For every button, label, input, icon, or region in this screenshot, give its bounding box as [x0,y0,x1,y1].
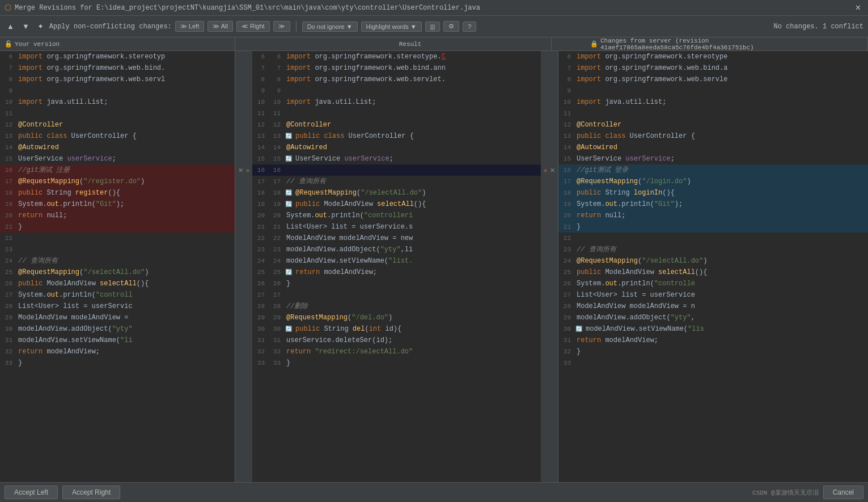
accept-right-conflict-button[interactable]: « [543,167,548,174]
right-panel: 6 import org.springframework.stereotype … [558,51,868,482]
table-row: 22 [0,233,235,244]
bar-button[interactable]: ||| [425,22,441,32]
table-row: 27 27 [252,289,541,301]
table-row: 11 11 [252,108,541,119]
middle-section: ✕ » 6 6 import org.springframework.stere… [235,51,558,482]
reject-right-button[interactable]: ✕ [549,167,556,174]
table-row: 14 @Autowired [558,142,868,153]
conflict-right-actions[interactable]: « ✕ [541,164,558,176]
right-code-lines: 6 import org.springframework.stereotype … [558,51,868,369]
table-row: 33 [558,357,868,369]
table-row: 15 15 🔄 UserService userService; [252,153,541,164]
table-row: 19 19 🔄 public ModelAndView selectAll(){ [252,199,541,210]
table-row: 22 [558,233,868,244]
table-row: 10 10 import java.util.List; [252,96,541,108]
table-row: 16 //git测试 登录 [558,164,868,176]
your-version-header: 🔓 Your version [0,37,235,50]
reject-left-button[interactable]: ✕ [237,167,244,174]
apply-right-button[interactable]: ≪ Right [236,21,270,32]
apply-left-button[interactable]: ≫ Left [175,21,204,32]
table-row: 17 17 // 查询所有 [252,176,541,187]
highlight-dropdown[interactable]: Highlight words ▼ [361,22,422,32]
column-headers: 🔓 Your version Result 🔒 Changes from ser… [0,37,868,51]
table-row: 13 public class UserController { [0,130,235,142]
table-row: 10 import java.util.List; [558,96,868,108]
left-scroll[interactable]: 6 import org.springframework.stereotyp 7… [0,51,235,482]
table-row: 28 28 //删除 [252,301,541,312]
table-row: 27 System.out.println("controll [0,289,235,301]
table-row: 20 return null; [558,210,868,221]
table-row: 23 [0,244,235,255]
table-row: 12 @Controller [0,119,235,130]
action-spacer-r [541,51,558,164]
table-row: 6 6 import org.springframework.stereotyp… [252,51,541,62]
cancel-button[interactable]: Cancel [823,486,863,499]
right-scroll[interactable]: 6 import org.springframework.stereotype … [558,51,868,482]
table-row: 24 @RequestMapping("/selectAll.do") [558,255,868,267]
table-row: 6 import org.springframework.stereotype [558,51,868,62]
table-row: 11 [0,108,235,119]
table-row: 32 return modelAndView; [0,346,235,357]
table-row: 8 8 import org.springframework.web.servl… [252,74,541,85]
table-row: 15 UserService userService; [558,153,868,164]
table-row: 26 System.out.println("controlle [558,278,868,289]
table-row: 15 UserService userService; [0,153,235,164]
result-scroll[interactable]: 6 6 import org.springframework.stereotyp… [252,51,541,482]
table-row: 22 22 ModelAndView modelAndView = new [252,233,541,244]
highlight-arrow-icon: ▼ [410,23,417,30]
no-changes-status: No changes. 1 conflict [774,23,863,31]
table-row: 29 modelAndView.addObject("yty", [558,312,868,323]
accept-left-button[interactable]: » [245,167,251,174]
lock-icon: 🔓 [5,40,12,48]
table-row: 30 🔄 modelAndView.setViewName("lis [558,323,868,335]
bottom-right-area: CSDN @某游情天无尽泪 Cancel [752,486,863,499]
table-row: 18 public String loginIn(){ [558,187,868,199]
prev-conflict-button[interactable]: ▲ [5,21,16,32]
table-row: 33 33 } [252,357,541,369]
table-row: 32 } [558,346,868,357]
magic-button[interactable]: ✦ [35,21,46,32]
table-row: 20 20 System.out.println("controlleri [252,210,541,221]
table-row: 9 [0,85,235,96]
apply-all-button[interactable]: ≫ All [208,21,233,32]
right-action-column: « ✕ [541,51,558,482]
table-row: 12 @Controller [558,119,868,130]
accept-left-button[interactable]: Accept Left [5,486,58,499]
table-row: 13 public class UserController { [558,130,868,142]
result-header: Result [269,37,552,50]
conflict-spacer-r [541,176,558,233]
server-version-header: 🔒 Changes from server (revision 41aef178… [586,37,868,50]
gear-button[interactable]: ⚙ [443,21,459,32]
table-row: 17 @RequestMapping("/register.do") [0,176,235,187]
close-button[interactable]: ✕ [853,2,863,13]
result-panel: 6 6 import org.springframework.stereotyp… [252,51,541,482]
table-row: 23 // 查询所有 [558,244,868,255]
table-row: 25 @RequestMapping("/selectAll.do") [0,267,235,278]
table-row: 7 import org.springframework.web.bind.a [558,62,868,74]
table-row: 16 //git测试 注册 [0,164,235,176]
table-row: 31 modelAndView.setViewName("li [0,335,235,346]
table-row: 27 List<User> list = userService [558,289,868,301]
conflict-left-actions[interactable]: ✕ » [235,164,252,176]
table-row: 8 import org.springframework.web.servl [0,74,235,85]
middle-with-actions: ✕ » 6 6 import org.springframework.stere… [235,51,558,482]
table-row: 25 public ModelAndView selectAll(){ [558,267,868,278]
separator-1 [296,21,297,32]
table-row: 29 29 @RequestMapping("/del.do") [252,312,541,323]
table-row: 29 ModelAndView modelAndView = [0,312,235,323]
accept-right-button[interactable]: Accept Right [62,486,120,499]
table-row: 25 25 🔄 return modelAndView; [252,267,541,278]
table-row: 7 import org.springframework.web.bind. [0,62,235,74]
help-button[interactable]: ? [463,22,476,32]
next-conflict-button[interactable]: ▼ [20,21,32,32]
ignore-dropdown[interactable]: Do not ignore ▼ [302,22,358,32]
table-row: 14 14 @Autowired [252,142,541,153]
table-row: 13 13 🔄 public class UserController { [252,130,541,142]
apply-right-arrow-button[interactable]: ≫ [273,21,290,32]
lock-icon-server: 🔒 [590,40,598,48]
bottom-bar: Accept Left Accept Right CSDN @某游情天无尽泪 C… [0,482,868,502]
table-row: 20 return null; [0,210,235,221]
table-row: 7 7 import org.springframework.web.bind.… [252,62,541,74]
table-row: 26 public ModelAndView selectAll(){ [0,278,235,289]
result-code-lines: 6 6 import org.springframework.stereotyp… [252,51,541,369]
